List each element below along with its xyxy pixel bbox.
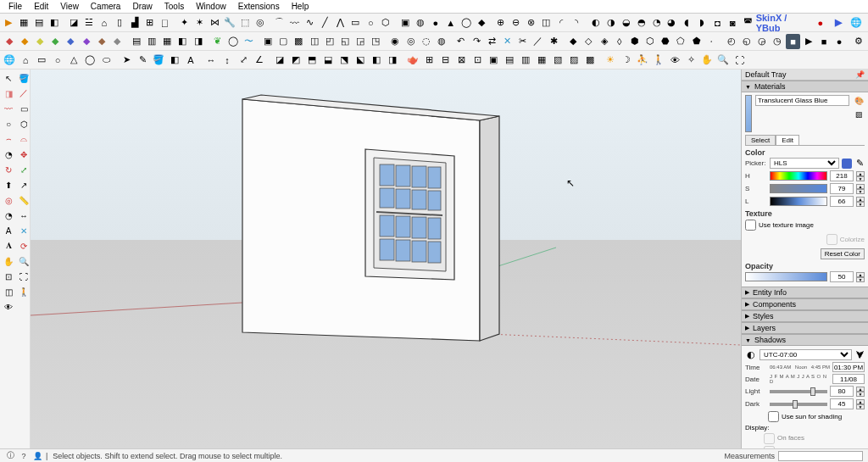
fillet-icon[interactable]: ◜ (554, 15, 569, 31)
dim1-icon[interactable]: ↔ (203, 53, 219, 68)
rotate-tool-icon[interactable]: ↻ (2, 163, 15, 176)
circle2-icon[interactable]: ○ (50, 53, 65, 68)
shape6-icon[interactable]: ⬕ (353, 53, 368, 68)
rect-icon[interactable]: ▭ (348, 15, 363, 31)
shell-icon[interactable]: ◫ (539, 15, 554, 31)
cut-tool-icon[interactable]: ✂ (515, 34, 530, 49)
followme-icon[interactable]: ↗ (17, 178, 31, 192)
wrench-icon[interactable]: 🔧 (223, 15, 237, 31)
shape7-icon[interactable]: ◧ (369, 53, 384, 68)
default-material-icon[interactable]: ▨ (853, 109, 865, 120)
ball-icon[interactable]: ● (832, 34, 847, 49)
layer-sheet3-icon[interactable]: ▦ (160, 34, 175, 49)
tool-b-icon[interactable]: ◑ (604, 15, 618, 31)
shadow-options-icon[interactable]: ⮟ (854, 349, 865, 359)
blend-icon[interactable]: ◧ (47, 15, 62, 31)
hue-input[interactable] (830, 170, 854, 181)
bucket2-icon[interactable]: 🪣 (151, 53, 166, 68)
eye-icon[interactable]: 👁 (667, 53, 682, 68)
knife-icon[interactable]: ／ (531, 34, 545, 49)
explode-icon[interactable]: ✦ (177, 15, 192, 31)
wall-icon[interactable]: ▯ (112, 15, 126, 31)
tab-edit[interactable]: Edit (776, 135, 799, 145)
shape3-icon[interactable]: ⬒ (304, 53, 320, 68)
section-icon[interactable]: ◫ (2, 285, 15, 298)
misc1-icon[interactable]: ◆ (566, 34, 581, 49)
light-down-icon[interactable]: ▼ (856, 392, 865, 397)
menu-edit[interactable]: Edit (29, 1, 53, 12)
tool-i-icon[interactable]: ◘ (710, 15, 725, 31)
tape-icon[interactable]: 📏 (17, 193, 31, 207)
gear-icon[interactable]: ⚙ (852, 34, 866, 49)
zoom-icon[interactable]: 🔍 (17, 254, 31, 268)
tool-e-icon[interactable]: ◔ (649, 15, 664, 31)
eraser2-icon[interactable]: ◧ (167, 53, 182, 68)
menu-view[interactable]: View (55, 1, 84, 12)
stone-icon[interactable]: ◯ (225, 34, 240, 49)
scatter-icon[interactable]: ✶ (192, 15, 207, 31)
tab-select[interactable]: Select (745, 135, 776, 145)
offset2-icon[interactable]: ◎ (2, 193, 15, 207)
play-icon[interactable]: ▶ (2, 15, 16, 31)
play-render-icon[interactable]: ▶ (801, 34, 815, 49)
join-icon[interactable]: ⋈ (208, 15, 222, 31)
grid-icon[interactable]: ▤ (32, 15, 47, 31)
scale-tool-icon[interactable]: ⤢ (17, 163, 31, 176)
layers-icon[interactable]: ☱ (81, 15, 96, 31)
menu-file[interactable]: File (3, 1, 27, 12)
polyline-icon[interactable]: ⋀ (333, 15, 348, 31)
panel-components[interactable]: ▶Components (742, 298, 868, 310)
bezier-icon[interactable]: ∿ (303, 15, 317, 31)
material-blue-icon[interactable]: ◆ (64, 34, 78, 49)
dim2-icon[interactable]: ↕ (220, 53, 235, 68)
tool-h-icon[interactable]: ◗ (695, 15, 709, 31)
menu-help[interactable]: Help (287, 1, 314, 12)
tool-g-icon[interactable]: ◖ (680, 15, 694, 31)
lgt-slider[interactable] (770, 197, 827, 206)
shape8-icon[interactable]: ◨ (385, 53, 400, 68)
pie-tool-icon[interactable]: ◔ (2, 148, 15, 161)
axis-icon[interactable]: ✕ (500, 34, 515, 49)
use-texture-checkbox[interactable] (745, 220, 756, 231)
lgt-input[interactable] (830, 196, 854, 207)
panel-materials-header[interactable]: ▼ Materials (742, 81, 868, 92)
zoom-ext-icon[interactable]: ⛶ (732, 53, 747, 68)
component-icon[interactable]: ◪ (67, 15, 81, 31)
tool-j-icon[interactable]: ◙ (726, 15, 740, 31)
layer-sheet2-icon[interactable]: ▥ (145, 34, 159, 49)
arc2-tool-icon[interactable]: ⌓ (17, 132, 31, 146)
opacity-slider[interactable] (745, 272, 827, 281)
view1-icon[interactable]: ⊞ (421, 53, 437, 68)
sphere-icon[interactable]: ● (428, 15, 442, 31)
star-tool-icon[interactable]: ✱ (547, 34, 561, 49)
torus-icon[interactable]: ◯ (459, 15, 473, 31)
ellipse-icon[interactable]: ◯ (82, 53, 97, 68)
boolean-subtract-icon[interactable]: ⊖ (509, 15, 523, 31)
misc10-icon[interactable]: ⬞ (704, 34, 719, 49)
box-icon[interactable]: ▣ (398, 15, 413, 31)
menu-extensions[interactable]: Extensions (233, 1, 285, 12)
date-input[interactable] (832, 374, 865, 384)
shape5-icon[interactable]: ⬔ (337, 53, 352, 68)
sat-input[interactable] (830, 183, 854, 194)
view8-icon[interactable]: ▦ (534, 53, 549, 68)
opacity-input[interactable] (830, 271, 854, 282)
view3-icon[interactable]: ⊠ (453, 53, 469, 68)
tool-k-icon[interactable]: ◚ (741, 15, 755, 31)
misc3-icon[interactable]: ◈ (597, 34, 611, 49)
sun-icon[interactable]: ☀ (603, 53, 618, 68)
create-material-icon[interactable]: 🎨 (853, 95, 865, 107)
freehand-icon[interactable]: 〰 (2, 102, 15, 115)
swap-icon[interactable]: ⇄ (485, 34, 499, 49)
bldg1-icon[interactable]: ⌂ (18, 53, 33, 68)
circle-icon[interactable]: ○ (364, 15, 378, 31)
prism-icon[interactable]: ◆ (474, 15, 488, 31)
angle-icon[interactable]: ∠ (252, 53, 267, 68)
walk-icon[interactable]: 🚶 (651, 53, 666, 68)
walk2-icon[interactable]: 🚶 (17, 285, 31, 298)
material-brown-icon[interactable]: ◆ (94, 34, 108, 49)
rect2-icon[interactable]: ▭ (34, 53, 49, 68)
roof-icon[interactable]: ⌂ (97, 15, 111, 31)
poly-tool-icon[interactable]: ⬡ (17, 117, 31, 131)
boolean-union-icon[interactable]: ⊕ (493, 15, 508, 31)
